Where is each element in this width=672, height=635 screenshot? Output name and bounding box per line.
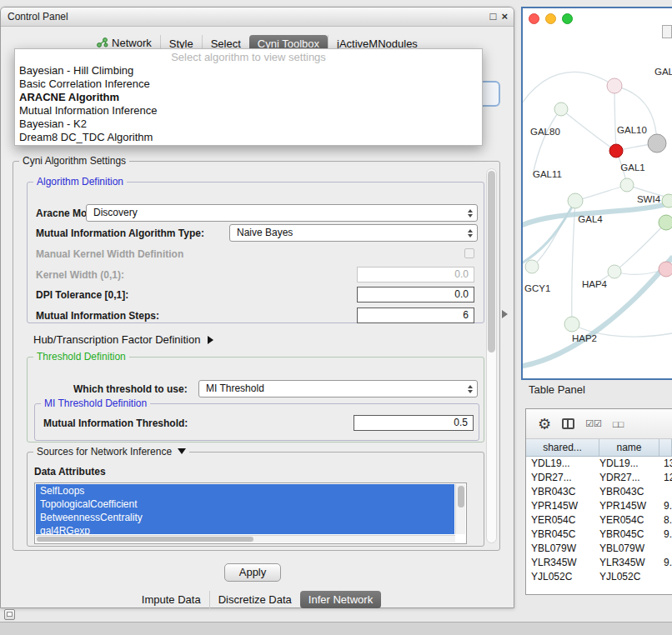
attributes-vscroll-thumb[interactable] — [458, 486, 464, 508]
data-attributes-list: SelfLoops TopologicalCoefficient Between… — [34, 482, 467, 544]
node-label: GAL10 — [617, 125, 647, 135]
algorithm-item[interactable]: Mutual Information Inference — [15, 104, 482, 118]
collapse-down-icon[interactable] — [178, 448, 186, 454]
which-threshold-value: MI Threshold — [206, 382, 264, 394]
table-row[interactable]: YDR27...YDR27...12 — [526, 471, 672, 485]
column-header-shared-name[interactable]: shared... — [526, 439, 599, 456]
node-label: HAP2 — [572, 333, 597, 343]
which-threshold-label: Which threshold to use: — [73, 383, 188, 395]
select-all-icon[interactable]: ☑☑ — [585, 418, 602, 429]
table-row[interactable]: YBR045CYBR045C9. — [526, 528, 672, 542]
mi-threshold-field[interactable]: 0.5 — [354, 415, 474, 431]
kernel-width-field: 0.0 — [357, 267, 474, 282]
data-attributes-label: Data Attributes — [34, 466, 106, 478]
float-window-icon[interactable]: □ — [490, 10, 497, 23]
table-row[interactable]: YER054CYER054C8. — [526, 513, 672, 528]
expand-right-icon[interactable] — [208, 336, 213, 344]
columns-icon[interactable] — [562, 418, 574, 429]
node-label: GAL80 — [530, 127, 560, 137]
tab-infer-network[interactable]: Infer Network — [300, 591, 381, 608]
settings-scrollbar-thumb[interactable] — [488, 171, 495, 352]
status-bar — [0, 622, 672, 635]
algorithm-item[interactable]: Basic Correlation Inference — [15, 78, 482, 91]
network-view-window: GAL GAL80 GAL10 GAL11 GAL1 SWI4 GAL4 GCY… — [521, 7, 672, 380]
manual-kernel-checkbox — [464, 248, 474, 258]
table-panel-title: Table Panel — [529, 383, 585, 396]
mi-type-select[interactable]: Naive Bayes — [229, 224, 478, 242]
close-panel-icon[interactable]: × — [501, 10, 508, 23]
hub-transcription-section[interactable]: Hub/Transcription Factor Definition — [33, 333, 213, 346]
attribute-item[interactable]: TopologicalCoefficient — [36, 498, 454, 511]
attributes-horizontal-scrollbar[interactable] — [36, 535, 455, 542]
network-node[interactable] — [608, 265, 621, 278]
tab-discretize-data[interactable]: Discretize Data — [209, 591, 300, 608]
attributes-hscroll-thumb[interactable] — [37, 537, 253, 542]
algorithm-placeholder-item: Select algorithm to view settings — [15, 51, 482, 64]
node-label: SWI4 — [637, 194, 661, 204]
column-header-partial[interactable] — [659, 439, 672, 456]
control-panel-window: Control Panel □ × Network Style Select C… — [0, 7, 514, 608]
network-node[interactable] — [525, 260, 539, 273]
algorithm-dropdown-popup: Select algorithm to view settings Bayesi… — [14, 48, 483, 146]
table-row[interactable]: YPR145WYPR145W9. — [526, 499, 672, 513]
mi-type-label: Mutual Information Algorithm Type: — [36, 228, 204, 239]
settings-scrollbar[interactable] — [486, 168, 497, 543]
node-label: GAL4 — [578, 214, 603, 224]
table-row[interactable]: YLR345WYLR345W9. — [526, 556, 672, 570]
network-node[interactable] — [564, 317, 579, 332]
network-node[interactable] — [568, 193, 583, 208]
tab-impute-data[interactable]: Impute Data — [133, 591, 209, 608]
mi-threshold-group-title: MI Threshold Definition — [41, 398, 150, 409]
aracne-mode-select[interactable]: Discovery — [86, 204, 478, 222]
attributes-vertical-scrollbar[interactable] — [455, 484, 465, 534]
threshold-definition-title: Threshold Definition — [33, 351, 129, 362]
attribute-item[interactable]: SelfLoops — [36, 484, 454, 498]
cyni-settings-title: Cyni Algorithm Settings — [19, 155, 129, 167]
column-header-name[interactable]: name — [599, 439, 659, 456]
network-node-red[interactable] — [609, 144, 623, 158]
algorithm-item[interactable]: Dream8 DC_TDC Algorithm — [15, 131, 482, 144]
control-panel-titlebar: Control Panel □ × — [1, 8, 514, 27]
network-edges — [523, 72, 672, 337]
dropdown-arrows-icon — [468, 209, 473, 218]
mi-threshold-label: Mutual Information Threshold: — [43, 418, 188, 429]
threshold-definition-group: Threshold Definition Which threshold to … — [27, 357, 484, 442]
network-node[interactable] — [659, 262, 672, 277]
algorithm-item[interactable]: Bayesian - K2 — [15, 118, 482, 131]
gear-icon[interactable]: ⚙ — [538, 417, 551, 432]
mi-threshold-group: MI Threshold Definition Mutual Informati… — [34, 403, 479, 441]
dpi-tolerance-field[interactable]: 0.0 — [357, 287, 474, 302]
sources-title-label: Sources for Network Inference — [37, 446, 172, 458]
node-label: GAL — [654, 67, 672, 77]
network-node[interactable] — [648, 134, 666, 152]
cyni-algorithm-settings-group: Cyni Algorithm Settings Algorithm Defini… — [13, 161, 500, 551]
network-node[interactable] — [659, 215, 672, 230]
which-threshold-select[interactable]: MI Threshold — [198, 380, 478, 398]
sources-group-title[interactable]: Sources for Network Inference — [33, 446, 189, 458]
network-canvas[interactable]: GAL GAL80 GAL10 GAL11 GAL1 SWI4 GAL4 GCY… — [523, 8, 672, 378]
algorithm-item-aracne[interactable]: ARACNE Algorithm — [15, 91, 482, 104]
float-panel-icon[interactable] — [4, 609, 15, 620]
panel-collapse-arrow-icon[interactable] — [502, 310, 508, 318]
mi-steps-field[interactable]: 6 — [357, 308, 474, 323]
apply-button[interactable]: Apply — [224, 563, 281, 582]
control-panel-title: Control Panel — [8, 11, 68, 22]
table-header: shared... name — [526, 439, 672, 457]
dropdown-arrows-icon — [468, 385, 473, 393]
deselect-all-icon[interactable]: □□ — [613, 419, 624, 429]
node-label: HAP4 — [582, 279, 608, 289]
network-node[interactable] — [607, 78, 622, 93]
algorithm-item[interactable]: Bayesian - Hill Climbing — [15, 64, 482, 78]
table-row[interactable]: YJL052CYJL052C — [526, 570, 672, 584]
attribute-item[interactable]: gal4RGexp — [36, 524, 454, 534]
table-row[interactable]: YBL079WYBL079W — [526, 542, 672, 556]
network-node[interactable] — [620, 178, 634, 192]
table-panel-window: ⚙ ☑☑ □□ shared... name YDL19...YDL19...1… — [525, 408, 672, 595]
attribute-item[interactable]: BetweennessCentrality — [36, 511, 454, 524]
network-node[interactable] — [554, 102, 568, 116]
network-node[interactable] — [662, 194, 672, 208]
table-row[interactable]: YDL19...YDL19...13 — [526, 457, 672, 471]
table-row[interactable]: YBR043CYBR043C — [526, 485, 672, 499]
kernel-width-label: Kernel Width (0,1): — [36, 269, 124, 281]
tab-network-label: Network — [112, 37, 152, 49]
